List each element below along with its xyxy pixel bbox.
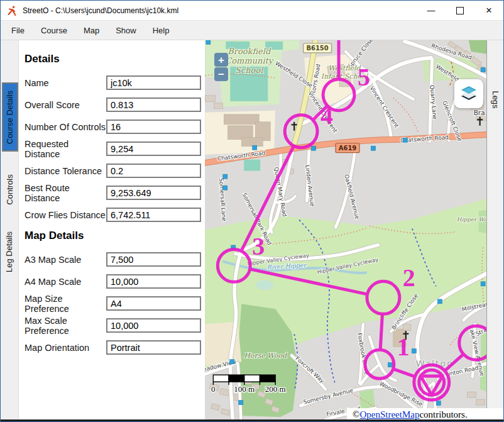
- road-badge: B6150: [304, 43, 332, 53]
- map-orientation-input[interactable]: [106, 340, 201, 355]
- layers-icon: [459, 84, 478, 103]
- scale-label: 0: [211, 384, 215, 394]
- field-label: Map Size Preference: [25, 294, 106, 314]
- node-marker[interactable]: [412, 349, 416, 353]
- requested-distance-input[interactable]: [106, 142, 201, 156]
- menu-item-file[interactable]: File: [3, 22, 33, 39]
- field-label: Number Of Controls: [25, 122, 106, 132]
- field-label: Map Orientation: [25, 343, 106, 353]
- form-row: A4 Map Scale: [25, 270, 205, 292]
- section-heading: Details: [25, 53, 205, 65]
- field-label: Max Scale Preference: [25, 316, 106, 336]
- field-label: A4 Map Scale: [25, 277, 106, 287]
- control-number: 2: [403, 264, 415, 292]
- control-number: 5: [358, 63, 370, 91]
- sidebar-tab-controls[interactable]: Controls: [1, 168, 18, 211]
- sidebar-tab-label: Controls: [5, 174, 14, 204]
- distance-tolerance-input[interactable]: [106, 164, 201, 178]
- max-scale-preference-input[interactable]: [106, 318, 201, 333]
- node-marker[interactable]: [403, 138, 407, 142]
- form-row: A3 Map Scale: [25, 248, 205, 270]
- openstreetmap-link[interactable]: OpenStreetMap: [359, 409, 419, 420]
- node-marker[interactable]: [223, 186, 227, 190]
- a4-map-scale-input[interactable]: [106, 274, 201, 289]
- node-marker[interactable]: [253, 145, 257, 150]
- overall-score-input[interactable]: [106, 97, 201, 112]
- sidebar-tab-course-details[interactable]: Course Details: [2, 82, 18, 152]
- close-button[interactable]: ✕: [474, 1, 503, 20]
- section-heading: Map Details: [25, 230, 205, 242]
- field-label: Distance Tolerance: [25, 166, 106, 176]
- field-label: Crow Flies Distance: [25, 210, 106, 220]
- layers-button[interactable]: [454, 79, 483, 108]
- map-view[interactable]: Storrs RoadVincent CrescentVincent Cresc…: [205, 40, 488, 421]
- sidebar-tab-label: Leg Details: [5, 231, 14, 272]
- form-row: Name: [25, 72, 205, 94]
- svg-text:B6150: B6150: [306, 45, 328, 52]
- control-number: 3: [252, 232, 265, 260]
- node-marker[interactable]: [436, 401, 441, 406]
- maximize-button[interactable]: [446, 1, 474, 20]
- name-input[interactable]: [106, 75, 201, 90]
- form-row: Best Route Distance: [25, 182, 205, 204]
- right-tab-label: Legs: [491, 91, 500, 108]
- node-marker[interactable]: [223, 174, 227, 179]
- zoom-out-button[interactable]: −: [214, 67, 228, 81]
- attribution-prefix: ©: [353, 409, 359, 420]
- field-label: Best Route Distance: [25, 183, 106, 203]
- road-badge: A619: [336, 143, 359, 153]
- minimize-button[interactable]: —: [417, 1, 446, 20]
- menu-item-course[interactable]: Course: [33, 22, 75, 39]
- best-route-distance-input[interactable]: [106, 186, 201, 200]
- map-size-preference-input[interactable]: [106, 296, 201, 311]
- sidebar-tab-leg-details[interactable]: Leg Details: [1, 223, 18, 280]
- right-tab-strip: Legs: [486, 40, 503, 421]
- node-marker[interactable]: [206, 40, 211, 44]
- window-title: StreetO - C:\Users\jcund\Documents\jc10k…: [23, 6, 417, 15]
- form-row: Distance Tolerance: [25, 160, 205, 182]
- zoom-in-button[interactable]: +: [214, 53, 228, 67]
- field-label: Overall Score: [25, 100, 106, 110]
- attribution-suffix: contributors.: [419, 409, 467, 420]
- menu-item-help[interactable]: Help: [145, 22, 178, 39]
- form-row: Overall Score: [25, 94, 205, 116]
- form-row: Requested Distance: [25, 138, 205, 160]
- svg-text:A619: A619: [339, 145, 357, 152]
- node-marker[interactable]: [437, 299, 442, 304]
- maximize-icon: [456, 7, 464, 14]
- menu-bar: FileCourseMapShowHelp: [1, 21, 503, 40]
- form-row: Number Of Controls: [25, 116, 205, 138]
- course-details-panel: DetailsNameOverall ScoreNumber Of Contro…: [19, 40, 205, 421]
- node-marker[interactable]: [312, 146, 316, 150]
- node-marker[interactable]: [371, 146, 375, 150]
- node-marker[interactable]: [388, 363, 392, 367]
- node-marker[interactable]: [481, 282, 485, 286]
- sidebar-tab-label: Course Details: [6, 90, 15, 143]
- map-canvas: Storrs RoadVincent CrescentVincent Cresc…: [205, 40, 488, 421]
- title-bar: StreetO - C:\Users\jcund\Documents\jc10k…: [1, 1, 503, 21]
- node-marker[interactable]: [239, 401, 243, 405]
- place-label: Horse Wood: [244, 352, 287, 360]
- field-label: Requested Distance: [25, 139, 106, 159]
- course-leg[interactable]: [380, 314, 382, 350]
- streeto-window: { "window": { "title": "StreetO - C:\\Us…: [0, 0, 504, 422]
- number-of-controls-input[interactable]: [106, 119, 201, 134]
- street-label: Bra: [474, 109, 485, 116]
- field-label: Name: [25, 78, 106, 88]
- window-bottom-edge: [1, 419, 503, 421]
- a3-map-scale-input[interactable]: [106, 252, 201, 267]
- form-row: Max Scale Preference: [25, 314, 205, 336]
- form-row: Map Orientation: [25, 336, 205, 358]
- crow-flies-distance-input[interactable]: [106, 208, 201, 222]
- right-tab-legs[interactable]: Legs: [487, 83, 503, 116]
- place-label: Hipper Woodland: [457, 216, 488, 223]
- menu-item-show[interactable]: Show: [107, 22, 145, 39]
- left-tab-strip: Course DetailsControlsLeg Details: [1, 40, 19, 421]
- app-icon: [6, 5, 18, 16]
- menu-item-map[interactable]: Map: [75, 22, 107, 39]
- scale-label: 100 m: [234, 384, 255, 394]
- scale-label: 200 m: [265, 384, 286, 394]
- form-row: Crow Flies Distance: [25, 204, 205, 226]
- node-marker[interactable]: [230, 360, 234, 364]
- node-marker[interactable]: [481, 67, 485, 72]
